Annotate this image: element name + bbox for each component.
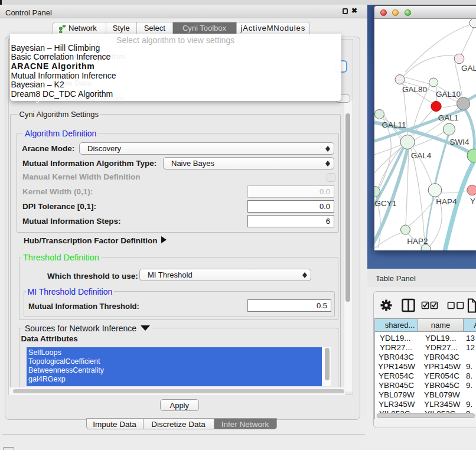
svg-text:SWI4: SWI4	[449, 138, 469, 146]
svg-text:Y: Y	[470, 197, 475, 206]
svg-text:GAL10: GAL10	[436, 90, 461, 99]
svg-text:GAL80: GAL80	[402, 85, 427, 94]
svg-text:GCY1: GCY1	[375, 199, 397, 208]
svg-text:HAP2: HAP2	[407, 237, 428, 246]
svg-text:HAP4: HAP4	[436, 197, 457, 206]
svg-text:GAL: GAL	[461, 64, 476, 73]
svg-text:GAL1: GAL1	[438, 113, 459, 122]
svg-text:GAL4: GAL4	[411, 151, 432, 160]
svg-text:GAL11: GAL11	[382, 120, 406, 129]
